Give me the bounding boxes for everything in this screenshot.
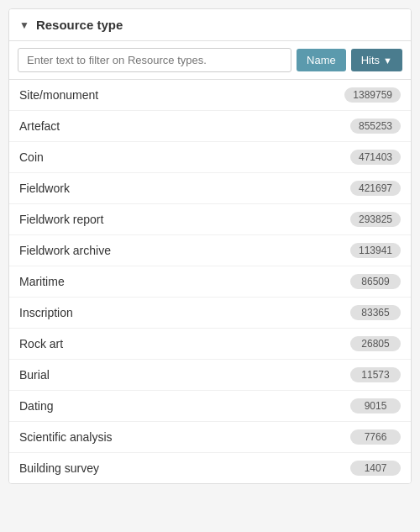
list-item[interactable]: Coin471403 xyxy=(9,142,411,173)
item-label: Fieldwork archive xyxy=(19,244,111,257)
item-count-badge: 1407 xyxy=(350,461,401,476)
item-count-badge: 113941 xyxy=(350,243,401,258)
item-label: Maritime xyxy=(19,275,65,288)
item-label: Burial xyxy=(19,368,50,382)
list-item[interactable]: Building survey1407 xyxy=(9,453,411,483)
list-item[interactable]: Maritime86509 xyxy=(9,266,411,298)
item-count-badge: 83365 xyxy=(350,305,401,320)
list-item[interactable]: Scientific analysis7766 xyxy=(9,422,411,453)
item-count-badge: 26805 xyxy=(350,336,401,351)
item-label: Scientific analysis xyxy=(19,430,113,444)
item-label: Dating xyxy=(19,399,53,413)
item-label: Inscription xyxy=(19,306,73,319)
item-count-badge: 7766 xyxy=(350,429,401,445)
chevron-down-icon[interactable]: ▼ xyxy=(19,19,29,31)
item-label: Site/monument xyxy=(19,88,98,102)
resource-type-list: Site/monument1389759Artefact855253Coin47… xyxy=(9,80,411,483)
hits-sort-button[interactable]: Hits ▼ xyxy=(351,49,402,71)
item-count-badge: 9015 xyxy=(350,398,401,413)
item-label: Fieldwork xyxy=(19,182,70,195)
list-item[interactable]: Artefact855253 xyxy=(9,111,411,142)
list-item[interactable]: Site/monument1389759 xyxy=(9,80,411,111)
panel-title: Resource type xyxy=(36,18,123,32)
item-label: Artefact xyxy=(19,119,60,133)
item-count-badge: 471403 xyxy=(350,150,401,165)
item-count-badge: 1389759 xyxy=(344,87,401,103)
item-label: Building survey xyxy=(19,461,99,475)
list-item[interactable]: Fieldwork archive113941 xyxy=(9,235,411,266)
list-item[interactable]: Burial11573 xyxy=(9,360,411,391)
item-count-badge: 855253 xyxy=(350,119,401,134)
sort-arrow-icon: ▼ xyxy=(383,55,392,66)
panel-header: ▼ Resource type xyxy=(9,9,411,41)
name-sort-button[interactable]: Name xyxy=(297,49,346,71)
list-item[interactable]: Rock art26805 xyxy=(9,329,411,360)
item-count-badge: 86509 xyxy=(350,274,401,289)
hits-label: Hits xyxy=(361,54,380,66)
item-count-badge: 293825 xyxy=(350,212,401,227)
item-label: Rock art xyxy=(19,337,63,350)
list-item[interactable]: Fieldwork421697 xyxy=(9,173,411,204)
item-count-badge: 421697 xyxy=(350,181,401,196)
list-item[interactable]: Inscription83365 xyxy=(9,298,411,329)
list-item[interactable]: Fieldwork report293825 xyxy=(9,204,411,235)
resource-type-panel: ▼ Resource type Name Hits ▼ Site/monumen… xyxy=(8,8,412,484)
list-item[interactable]: Dating9015 xyxy=(9,391,411,422)
item-label: Fieldwork report xyxy=(19,213,103,226)
filter-row: Name Hits ▼ xyxy=(9,41,411,80)
item-label: Coin xyxy=(19,150,44,164)
filter-input[interactable] xyxy=(18,48,291,72)
item-count-badge: 11573 xyxy=(350,367,401,382)
